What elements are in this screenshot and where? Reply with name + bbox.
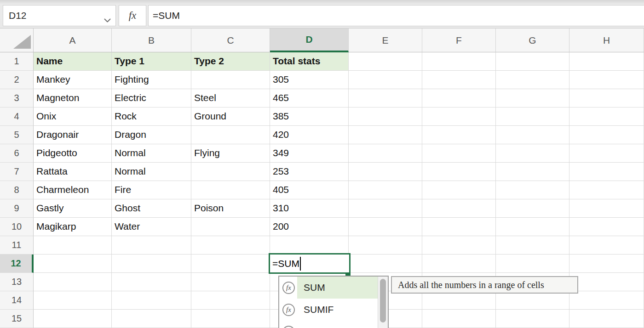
cell-d7[interactable]: 253 [270,163,349,181]
column-header-h[interactable]: H [569,28,644,52]
cell-f14[interactable] [422,291,496,310]
cell-g14[interactable] [496,291,569,310]
cell-d9[interactable]: 310 [270,199,349,218]
cell-e11[interactable] [349,236,422,254]
cell-b7[interactable]: Normal [112,163,191,181]
cell-c11[interactable] [191,236,270,254]
cell-f1[interactable] [422,52,496,71]
cell-h4[interactable] [569,107,644,126]
cell-d3[interactable]: 465 [270,89,349,107]
row-header-11[interactable]: 11 [0,236,34,254]
cell-b13[interactable] [112,273,191,291]
cell-h3[interactable] [569,89,644,107]
cell-e2[interactable] [349,71,422,89]
cell-b2[interactable]: Fighting [112,71,191,89]
row-header-2[interactable]: 2 [0,71,34,89]
cell-b3[interactable]: Electric [112,89,191,107]
cell-c14[interactable] [191,291,270,310]
cell-f4[interactable] [422,107,496,126]
cell-f15[interactable] [422,310,496,328]
cell-h14[interactable] [569,291,644,310]
cell-f10[interactable] [422,218,496,236]
cell-e8[interactable] [349,181,422,199]
row-header-7[interactable]: 7 [0,163,34,181]
cell-f3[interactable] [422,89,496,107]
cell-h6[interactable] [569,144,644,163]
dropdown-scrollbar-thumb[interactable] [380,279,386,322]
cell-h1[interactable] [569,52,644,71]
cell-b6[interactable]: Normal [112,144,191,163]
cell-a13[interactable] [34,273,112,291]
row-header-15[interactable]: 15 [0,310,34,328]
cell-c6[interactable]: Flying [191,144,270,163]
cell-a12[interactable] [34,254,112,273]
cell-e6[interactable] [349,144,422,163]
autocomplete-item-sumif[interactable]: fxSUMIF [279,299,378,321]
cell-h8[interactable] [569,181,644,199]
row-header-6[interactable]: 6 [0,144,34,163]
column-header-a[interactable]: A [34,28,112,52]
formula-input[interactable]: =SUM [148,5,644,26]
select-all-button[interactable] [0,28,34,52]
cell-c8[interactable] [191,181,270,199]
cell-c12[interactable] [191,254,270,273]
cell-e10[interactable] [349,218,422,236]
row-header-13[interactable]: 13 [0,273,34,291]
cell-c2[interactable] [191,71,270,89]
cell-f5[interactable] [422,126,496,144]
cell-d10[interactable]: 200 [270,218,349,236]
cell-f11[interactable] [422,236,496,254]
row-header-4[interactable]: 4 [0,107,34,126]
cell-d6[interactable]: 349 [270,144,349,163]
cell-d2[interactable]: 305 [270,71,349,89]
cell-a5[interactable]: Dragonair [34,126,112,144]
cell-c5[interactable] [191,126,270,144]
cell-g8[interactable] [496,181,569,199]
cell-d5[interactable]: 420 [270,126,349,144]
cell-c9[interactable]: Poison [191,199,270,218]
cell-h10[interactable] [569,218,644,236]
cell-b14[interactable] [112,291,191,310]
cell-e5[interactable] [349,126,422,144]
cell-f6[interactable] [422,144,496,163]
cell-e7[interactable] [349,163,422,181]
cell-c10[interactable] [191,218,270,236]
column-header-c[interactable]: C [191,28,270,52]
column-header-g[interactable]: G [496,28,569,52]
cell-g10[interactable] [496,218,569,236]
column-header-f[interactable]: F [422,28,496,52]
cell-f2[interactable] [422,71,496,89]
cell-c15[interactable] [191,310,270,328]
cell-c4[interactable]: Ground [191,107,270,126]
cell-d11[interactable] [270,236,349,254]
cell-c13[interactable] [191,273,270,291]
row-header-12[interactable]: 12 [0,254,34,273]
cell-a7[interactable]: Rattata [34,163,112,181]
cell-a2[interactable]: Mankey [34,71,112,89]
autocomplete-item-sumifs[interactable]: fxSUMIFS [279,321,378,328]
cell-h13[interactable] [569,273,644,291]
row-header-14[interactable]: 14 [0,291,34,310]
cell-g4[interactable] [496,107,569,126]
cell-e9[interactable] [349,199,422,218]
cell-h2[interactable] [569,71,644,89]
cell-f7[interactable] [422,163,496,181]
cell-e12[interactable] [349,254,422,273]
cell-a6[interactable]: Pidgeotto [34,144,112,163]
cell-b4[interactable]: Rock [112,107,191,126]
cell-e3[interactable] [349,89,422,107]
cell-d1[interactable]: Total stats [270,52,349,71]
cell-g7[interactable] [496,163,569,181]
cell-e1[interactable] [349,52,422,71]
chevron-down-icon[interactable] [104,14,111,25]
cell-b8[interactable]: Fire [112,181,191,199]
cell-d8[interactable]: 405 [270,181,349,199]
cell-c7[interactable] [191,163,270,181]
cell-f8[interactable] [422,181,496,199]
cell-g11[interactable] [496,236,569,254]
column-header-e[interactable]: E [349,28,422,52]
cell-g6[interactable] [496,144,569,163]
cell-g1[interactable] [496,52,569,71]
cell-g12[interactable] [496,254,569,273]
cell-a1[interactable]: Name [34,52,112,71]
